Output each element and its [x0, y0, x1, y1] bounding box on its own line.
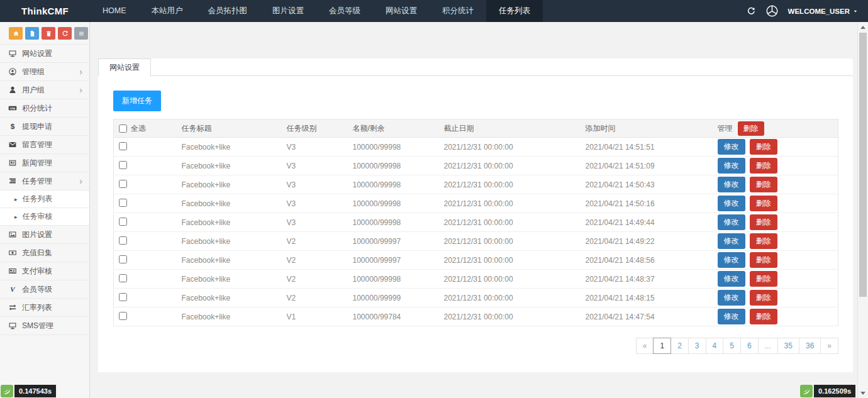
vertical-scrollbar[interactable]: [857, 22, 868, 398]
select-all-label: 全选: [131, 123, 146, 134]
header-deadline: 截止日期: [439, 119, 581, 138]
table-row: Facebook+like V1 100000/99784 2021/12/31…: [114, 307, 838, 326]
vine-icon: V: [8, 285, 17, 294]
page-button[interactable]: 1: [653, 338, 671, 354]
edit-button[interactable]: 修改: [718, 309, 745, 324]
edit-button[interactable]: 修改: [718, 177, 745, 192]
scrollbar-thumb[interactable]: [859, 33, 867, 297]
row-checkbox[interactable]: [119, 161, 127, 169]
render-time-right: 0.162509s: [814, 385, 855, 397]
sidebar-item[interactable]: 管理组 ›: [0, 63, 89, 81]
top-nav-item[interactable]: 任务列表: [486, 0, 543, 22]
top-nav-item[interactable]: 会员拓扑图: [196, 0, 260, 22]
page-button[interactable]: 3: [688, 338, 706, 354]
delete-button[interactable]: 删除: [750, 233, 777, 249]
top-nav-item[interactable]: 会员等级: [316, 0, 373, 22]
sidebar-item[interactable]: 新闻管理: [0, 154, 89, 172]
row-checkbox[interactable]: [119, 274, 127, 282]
sidebar-item[interactable]: 充值归集: [0, 244, 89, 262]
page-button[interactable]: 5: [723, 338, 741, 354]
top-nav-item[interactable]: HOME: [90, 0, 139, 22]
sidebar-item[interactable]: 留言管理: [0, 136, 89, 154]
tab-bar: 网站设置: [98, 58, 853, 76]
delete-button[interactable]: 删除: [750, 196, 777, 211]
edit-button[interactable]: 修改: [718, 252, 745, 268]
delete-button[interactable]: 删除: [750, 214, 777, 230]
page-button[interactable]: 6: [740, 338, 759, 354]
cell-deadline: 2021/12/31 00:00:00: [439, 307, 581, 326]
sidebar-item[interactable]: 网站设置: [0, 45, 89, 63]
task-table: 全选 任务标题 任务级别 名额/剩余 截止日期 添加时间 管理 删除: [113, 119, 838, 326]
bulk-delete-button[interactable]: 删除: [738, 121, 764, 136]
edit-button[interactable]: 修改: [718, 196, 745, 211]
toolbar-button[interactable]: [58, 27, 72, 40]
sidebar-item[interactable]: ▸ 任务审核: [0, 208, 89, 226]
row-checkbox[interactable]: [119, 142, 127, 150]
page-button[interactable]: 4: [706, 338, 724, 354]
toolbar-button[interactable]: [74, 27, 88, 40]
edit-button[interactable]: 修改: [718, 214, 745, 230]
top-nav-item[interactable]: 本站用户: [139, 0, 196, 22]
sidebar-item[interactable]: V 会员等级: [0, 280, 89, 299]
sidebar-item[interactable]: $ 提现申请: [0, 118, 89, 136]
delete-button[interactable]: 删除: [750, 309, 777, 324]
delete-button[interactable]: 删除: [750, 177, 777, 192]
sidebar-item[interactable]: 任务管理 ›: [0, 172, 89, 191]
page-button[interactable]: 2: [670, 338, 689, 354]
row-checkbox[interactable]: [119, 293, 127, 301]
page-button[interactable]: 36: [799, 338, 821, 354]
page-button[interactable]: 35: [777, 338, 799, 354]
tab-site-settings[interactable]: 网站设置: [98, 58, 151, 76]
cell-added-time: 2021/04/21 14:47:54: [581, 307, 713, 326]
sms-icon: [8, 321, 17, 330]
edit-button[interactable]: 修改: [718, 233, 745, 249]
delete-button[interactable]: 删除: [750, 290, 777, 306]
delete-button[interactable]: 删除: [750, 158, 777, 174]
table-row: Facebook+like V3 100000/99998 2021/12/31…: [114, 194, 838, 213]
page-button[interactable]: «: [636, 338, 654, 354]
scroll-down-button[interactable]: [858, 388, 868, 398]
sidebar-item-label: 积分统计: [22, 103, 52, 114]
cell-added-time: 2021/04/21 14:49:44: [581, 213, 713, 232]
sidebar-item[interactable]: 图片设置: [0, 226, 89, 244]
top-nav-item[interactable]: 网站设置: [373, 0, 430, 22]
delete-button[interactable]: 删除: [750, 139, 777, 155]
row-checkbox[interactable]: [119, 255, 127, 263]
table-row: Facebook+like V3 100000/99998 2021/12/31…: [114, 175, 838, 194]
row-checkbox[interactable]: [119, 218, 127, 226]
row-checkbox[interactable]: [119, 180, 127, 188]
top-nav-item[interactable]: 积分统计: [430, 0, 486, 22]
sidebar-item[interactable]: 支付审核: [0, 262, 89, 280]
edit-button[interactable]: 修改: [718, 158, 745, 174]
scroll-up-button[interactable]: [858, 22, 868, 32]
edit-button[interactable]: 修改: [718, 271, 745, 287]
row-checkbox[interactable]: [119, 199, 127, 207]
sidebar-item[interactable]: 汇率列表: [0, 299, 89, 317]
delete-button[interactable]: 删除: [750, 271, 777, 287]
delete-button[interactable]: 删除: [750, 252, 777, 268]
edit-button[interactable]: 修改: [718, 139, 745, 155]
page-button[interactable]: »: [820, 338, 838, 354]
sidebar-item[interactable]: ▸ 任务列表: [0, 191, 89, 208]
page-button[interactable]: ...: [758, 338, 778, 354]
edit-button[interactable]: 修改: [718, 290, 745, 306]
user-menu[interactable]: WELCOME_USER: [788, 8, 858, 15]
row-checkbox[interactable]: [119, 312, 127, 320]
sidebar-item[interactable]: VISA 积分统计: [0, 99, 89, 118]
add-task-button[interactable]: 新增任务: [113, 91, 161, 111]
toolbar-button[interactable]: [42, 27, 55, 40]
avatar[interactable]: [765, 4, 779, 18]
sidebar-item[interactable]: SMS管理: [0, 317, 89, 335]
toolbar-button[interactable]: [9, 27, 23, 40]
select-all-checkbox[interactable]: [119, 124, 127, 133]
cell-task-title: Facebook+like: [177, 232, 282, 251]
top-nav-item[interactable]: 图片设置: [260, 0, 316, 22]
table-body: Facebook+like V3 100000/99998 2021/12/31…: [114, 138, 838, 326]
toolbar-button[interactable]: [25, 27, 39, 40]
table-row: Facebook+like V3 100000/99998 2021/12/31…: [114, 138, 838, 157]
refresh-icon[interactable]: [747, 6, 756, 16]
sidebar-item[interactable]: 用户组 ›: [0, 81, 89, 99]
cell-task-level: V2: [282, 270, 348, 289]
brand-logo[interactable]: ThinkCMF: [0, 0, 90, 22]
row-checkbox[interactable]: [119, 236, 127, 245]
